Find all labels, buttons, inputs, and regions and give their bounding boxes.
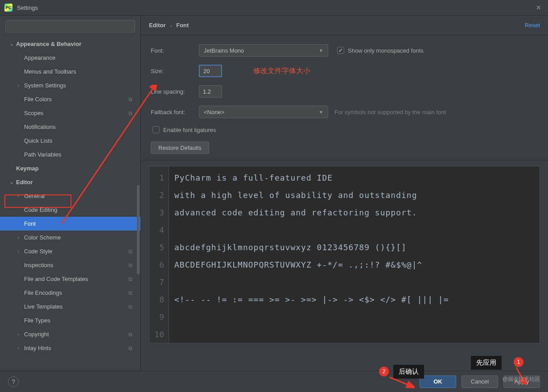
sidebar-item[interactable]: Quick Lists [0,134,140,148]
sidebar-item[interactable]: Menus and Toolbars [0,65,140,78]
sidebar-item[interactable]: File Encodings⧉ [0,286,140,300]
fallback-hint: For symbols not supported by the main fo… [334,109,446,116]
sidebar-item-label: System Settings [24,82,66,89]
sidebar-item-label: Appearance & Behavior [16,41,82,47]
chevron-right-icon: › [18,346,24,351]
sidebar-item-label: Scopes [24,110,43,116]
chevron-down-icon: ▼ [319,48,323,53]
font-label: Font: [151,47,199,54]
sidebar-item-label: Live Templates [24,303,62,310]
sidebar-item-label: Notifications [24,124,56,130]
chevron-down-icon: ▼ [319,110,323,115]
font-combo[interactable]: JetBrains Mono ▼ [199,44,328,57]
sidebar-item-label: Code Style [24,248,53,255]
sidebar-item-label: Font [24,220,36,227]
sidebar-item[interactable]: Appearance [0,51,140,65]
fallback-value: <None> [204,109,224,116]
size-label: Size: [151,68,199,74]
font-value: JetBrains Mono [204,47,244,54]
gutter: 12345678910 [149,166,169,343]
sidebar-item-label: Copyright [24,331,49,338]
project-icon: ⧉ [128,248,132,255]
sidebar-item[interactable]: ⌄Editor [0,175,140,189]
window-title: Settings [17,4,38,11]
breadcrumb: Editor › Font Reset [141,16,548,35]
fallback-combo[interactable]: <None> ▼ [199,106,328,118]
sidebar-item[interactable]: File Colors⧉ [0,92,140,106]
sidebar-item-label: Editor [16,179,33,186]
sidebar-item[interactable]: ⌄Appearance & Behavior [0,37,140,51]
cancel-button[interactable]: Cancel [461,375,498,388]
ligatures-label: Enable font ligatures [163,127,216,133]
size-input[interactable] [199,65,222,77]
chevron-right-icon: › [18,332,24,337]
project-icon: ⧉ [128,96,132,103]
project-icon: ⧉ [128,345,132,351]
settings-tree: ⌄Appearance & BehaviorAppearanceMenus an… [0,37,140,371]
sidebar-item-label: Menus and Toolbars [24,68,76,75]
chevron-right-icon: › [18,249,24,254]
project-icon: ⧉ [128,262,132,268]
project-icon: ⧉ [128,304,132,310]
project-icon: ⧉ [128,110,132,116]
sidebar-item[interactable]: Code Editing [0,203,140,217]
restore-defaults-button[interactable]: Restore Defaults [151,141,209,154]
sidebar-item[interactable]: Keymap [0,161,140,175]
sidebar-item-label: General [24,193,45,199]
sidebar-item-label: File Colors [24,96,52,103]
sidebar-item-label: File Encodings [24,289,62,296]
sidebar-item-label: Color Scheme [24,234,61,241]
apply-button[interactable]: Apply [503,375,540,388]
sidebar-item-label: Inspections [24,262,54,268]
sidebar-item[interactable]: Scopes⧉ [0,106,140,120]
project-icon: ⧉ [128,276,132,282]
font-preview: 12345678910 PyCharm is a full-featured I… [149,166,540,343]
chevron-right-icon: › [18,235,24,240]
close-icon[interactable]: × [533,3,544,12]
sidebar-item[interactable]: ›Code Style⧉ [0,244,140,258]
sidebar-item[interactable]: ›Inlay Hints⧉ [0,341,140,355]
sidebar-item-label: Code Editing [24,206,57,213]
sidebar-item-label: Keymap [16,165,39,172]
main-panel: Editor › Font Reset Font: JetBrains Mono… [141,16,548,371]
spacing-input[interactable] [199,85,222,98]
project-icon: ⧉ [128,290,132,296]
chevron-down-icon: ⌄ [10,180,16,185]
sidebar-item[interactable]: ›System Settings [0,78,140,92]
reset-link[interactable]: Reset [525,22,540,29]
sidebar-item[interactable]: ›Copyright⧉ [0,327,140,341]
sidebar-item-label: File and Code Templates [24,276,88,282]
ligatures-checkbox[interactable] [152,126,160,133]
sidebar-item[interactable]: ›Color Scheme [0,231,140,244]
sidebar-item-label: Path Variables [24,151,62,158]
search-input[interactable] [5,20,135,33]
sidebar-item[interactable]: Inspections⧉ [0,258,140,272]
breadcrumb-root[interactable]: Editor [149,22,166,29]
fallback-label: Fallback font: [151,109,199,116]
sidebar-item[interactable]: Font [0,217,140,231]
sidebar-item[interactable]: Notifications [0,120,140,134]
sidebar-item[interactable]: Path Variables [0,148,140,161]
sidebar: ⌄Appearance & BehaviorAppearanceMenus an… [0,16,141,371]
sidebar-item-label: Quick Lists [24,137,53,144]
help-icon[interactable]: ? [8,376,19,387]
sidebar-item-label: File Types [24,317,50,324]
sidebar-item[interactable]: ›General [0,189,140,203]
project-icon: ⧉ [128,331,132,338]
monospaced-checkbox[interactable] [337,47,344,54]
sidebar-item[interactable]: Live Templates⧉ [0,300,140,314]
ok-button[interactable]: OK [420,375,456,388]
spacing-label: Line spacing: [151,88,199,95]
annotation-size: 修改文件字体大小 [253,66,310,76]
app-icon: PC [4,4,12,12]
chevron-right-icon: › [18,194,24,198]
chevron-right-icon: › [170,23,172,28]
preview-code: PyCharm is a full-featured IDEwith a hig… [169,166,540,343]
monospaced-label: Show only monospaced fonts [348,47,424,54]
sidebar-item[interactable]: File and Code Templates⧉ [0,272,140,286]
chevron-right-icon: › [18,83,24,88]
titlebar: PC Settings × [0,0,548,16]
sidebar-scrollbar[interactable] [137,185,140,274]
dialog-footer: ? OK Cancel Apply [0,371,548,392]
sidebar-item[interactable]: File Types [0,314,140,327]
